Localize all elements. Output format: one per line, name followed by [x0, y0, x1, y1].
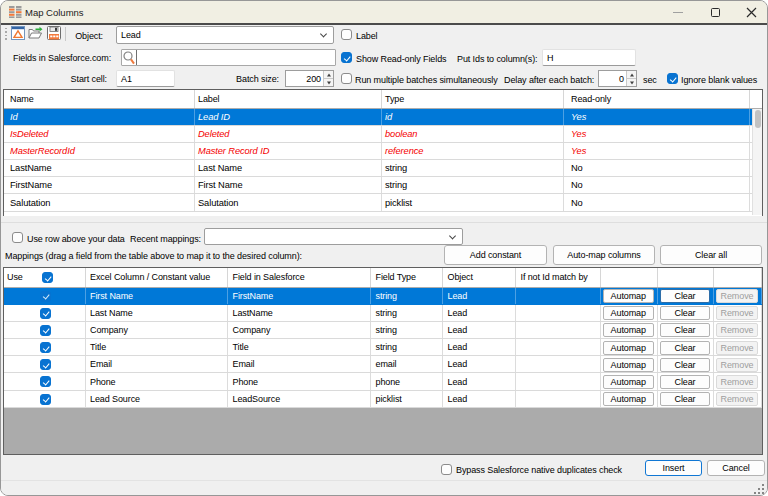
automap-button[interactable]: Automap	[603, 358, 655, 372]
use-checkbox[interactable]	[40, 394, 51, 405]
fields-table-column-header[interactable]: Read-only	[564, 90, 750, 108]
mappings-table-column-header[interactable]: Use	[4, 268, 86, 287]
automap-button[interactable]: Automap	[603, 392, 655, 406]
mappings-table-cell: Last Name	[86, 305, 229, 321]
mappings-table-cell-value: Lead	[448, 342, 468, 352]
mappings-table-column-header[interactable]: Field in Salesforce	[228, 268, 371, 287]
clear-button[interactable]: Clear	[660, 392, 710, 406]
start-cell-input[interactable]: A1	[116, 70, 175, 87]
clear-button[interactable]: Clear	[660, 289, 710, 303]
fields-search-input[interactable]	[121, 49, 336, 66]
automap-button[interactable]: Automap	[603, 375, 655, 389]
save-mapping-button[interactable]	[45, 25, 62, 41]
clear-button[interactable]: Clear	[660, 358, 710, 372]
fields-table-cell-value: Deleted	[198, 129, 229, 139]
use-checkbox[interactable]	[40, 376, 51, 387]
use-all-checkbox[interactable]	[42, 272, 53, 283]
mappings-table-cell: Automap	[601, 322, 659, 338]
spin-down-icon[interactable]	[324, 79, 333, 86]
put-ids-input[interactable]: H	[542, 49, 636, 66]
delay-label: Delay after each batch:	[504, 75, 594, 85]
batch-size-stepper[interactable]: 200	[285, 70, 334, 87]
fields-table-column-header[interactable]: Label	[195, 90, 383, 108]
label-checkbox[interactable]	[341, 29, 352, 40]
mappings-table-cell: Remove	[714, 288, 762, 304]
use-checkbox[interactable]	[40, 291, 51, 302]
mappings-table-row[interactable]: TitleTitlestringLeadAutomapClearRemove	[4, 339, 762, 356]
close-button[interactable]	[734, 1, 768, 23]
scrollbar-thumb[interactable]	[755, 110, 761, 128]
fields-table-row[interactable]: IdLead IDidYes	[4, 109, 762, 126]
use-checkbox[interactable]	[40, 342, 51, 353]
clear-button[interactable]: Clear	[660, 323, 710, 337]
fields-table-cell: Yes	[564, 143, 750, 159]
clear-button[interactable]: Clear	[660, 375, 710, 389]
auto-map-columns-button[interactable]: Auto-map columns	[553, 245, 655, 265]
delay-spinner[interactable]	[626, 71, 636, 86]
mappings-table-column-header[interactable]: Excel Column / Constant value	[86, 268, 229, 287]
clear-all-button[interactable]: Clear all	[660, 245, 762, 265]
mappings-table-cell-value: Phone	[90, 377, 116, 387]
mappings-table-row[interactable]: Lead SourceLeadSourcepicklistLeadAutomap…	[4, 391, 762, 408]
fields-table-column-header[interactable]: Type	[382, 90, 564, 108]
mappings-table-column-header[interactable]	[601, 268, 659, 287]
mappings-table-row[interactable]: Last NameLastNamestringLeadAutomapClearR…	[4, 305, 762, 322]
automap-button[interactable]: Automap	[603, 341, 655, 355]
ignore-blank-checkbox[interactable]	[667, 73, 678, 84]
fields-table-cell-value: Salutation	[10, 198, 50, 208]
use-checkbox[interactable]	[40, 308, 51, 319]
mappings-table-column-header[interactable]	[714, 268, 762, 287]
fields-table-cell-value: string	[385, 163, 407, 173]
automap-button[interactable]: Automap	[603, 306, 655, 320]
mappings-table-row[interactable]: CompanyCompanystringLeadAutomapClearRemo…	[4, 322, 762, 339]
show-readonly-checkbox[interactable]	[341, 52, 352, 63]
mappings-table-cell: Automap	[601, 373, 659, 389]
fields-table-row[interactable]: SalutationSalutationpicklistNo	[4, 194, 762, 211]
maximize-button[interactable]	[698, 1, 732, 23]
mappings-table-column-header[interactable]	[658, 268, 714, 287]
bypass-duplicates-checkbox[interactable]	[441, 464, 452, 475]
fields-table-column-header[interactable]: Name	[4, 90, 195, 108]
minimize-button[interactable]	[661, 1, 695, 23]
spin-up-icon[interactable]	[324, 71, 333, 79]
mappings-table-row[interactable]: EmailEmailemailLeadAutomapClearRemove	[4, 356, 762, 373]
mappings-table-column-header[interactable]: If not Id match by	[516, 268, 601, 287]
fields-table-row[interactable]: IsDeletedDeletedbooleanYes	[4, 126, 762, 143]
fields-table-row[interactable]: MasterRecordIdMaster Record IDreferenceY…	[4, 143, 762, 160]
mappings-table-cell: LeadSource	[228, 391, 371, 407]
object-combobox[interactable]: Lead	[116, 26, 334, 44]
fields-table-cell-value: IsDeleted	[10, 129, 48, 139]
clear-button[interactable]: Clear	[660, 341, 710, 355]
cancel-button[interactable]: Cancel	[707, 460, 765, 476]
recent-mappings-combobox[interactable]	[204, 228, 463, 245]
run-multiple-label: Run multiple batches simultaneously	[355, 75, 498, 85]
column-header-label: Label	[198, 94, 220, 104]
mappings-table-cell: Remove	[714, 356, 762, 372]
automap-button[interactable]: Automap	[603, 323, 655, 337]
spin-down-icon[interactable]	[627, 79, 636, 86]
spin-up-icon[interactable]	[627, 71, 636, 79]
delay-stepper[interactable]: 0	[598, 70, 637, 87]
automap-button[interactable]: Automap	[603, 289, 655, 303]
mappings-table-row[interactable]: PhonePhonephoneLeadAutomapClearRemove	[4, 373, 762, 390]
use-checkbox[interactable]	[40, 359, 51, 370]
mappings-table-cell	[4, 305, 86, 321]
fields-table-row[interactable]: FirstNameFirst NamestringNo	[4, 177, 762, 194]
batch-size-spinner[interactable]	[323, 71, 333, 86]
resize-grip[interactable]	[753, 483, 764, 494]
toolbar-gripper[interactable]	[5, 28, 7, 41]
clear-button[interactable]: Clear	[660, 306, 710, 320]
fields-table-row[interactable]: LastNameLast NamestringNo	[4, 160, 762, 177]
mappings-table-column-header[interactable]: Field Type	[371, 268, 443, 287]
use-row-above-checkbox[interactable]	[12, 232, 23, 243]
insert-button[interactable]: Insert	[645, 460, 702, 476]
fields-table-scrollbar[interactable]	[752, 109, 762, 216]
run-multiple-checkbox[interactable]	[341, 73, 352, 84]
mappings-table-row[interactable]: First NameFirstNamestringLeadAutomapClea…	[4, 288, 762, 305]
use-checkbox[interactable]	[40, 325, 51, 336]
show-mapping-window-button[interactable]	[9, 25, 26, 41]
mappings-table-cell: Clear	[658, 305, 714, 321]
open-mapping-button[interactable]	[27, 25, 44, 41]
mappings-table-column-header[interactable]: Object	[443, 268, 516, 287]
add-constant-button[interactable]: Add constant	[444, 245, 547, 265]
